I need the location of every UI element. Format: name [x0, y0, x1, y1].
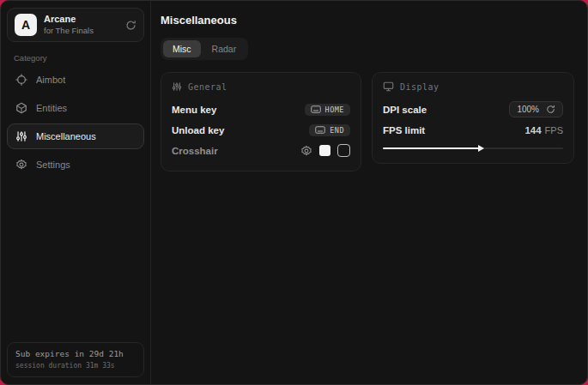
crosshair-controls — [300, 144, 350, 157]
sidebar-item-label: Entities — [36, 103, 67, 113]
app-window: A Arcane for The Finals Category — [0, 0, 588, 385]
general-card-title: General — [188, 82, 227, 92]
fps-limit-value: 144 FPS — [524, 125, 563, 135]
desktop-background: { "brand": { "logo_letter": "A", "title"… — [0, 0, 588, 385]
fps-slider-thumb[interactable] — [478, 145, 484, 152]
display-card-title: Display — [400, 82, 439, 92]
fps-limit-label: FPS limit — [383, 125, 425, 135]
sidebar-item-label: Aimbot — [36, 75, 65, 85]
menu-key-row: Menu key HOME — [172, 99, 350, 119]
crosshair-icon — [15, 74, 27, 86]
crosshair-color-swatch[interactable] — [319, 145, 330, 156]
brand-card: A Arcane for The Finals — [7, 8, 144, 42]
fps-limit-row: FPS limit 144 FPS — [383, 120, 563, 140]
category-label: Category — [14, 53, 144, 63]
tab-bar: Misc Radar — [161, 38, 248, 60]
crosshair-checkbox[interactable] — [337, 144, 350, 157]
unload-key-bind-button[interactable]: END — [309, 124, 350, 136]
sidebar-item-entities[interactable]: Entities — [7, 95, 144, 121]
brand-text: Arcane for The Finals — [44, 14, 94, 36]
crosshair-row: Crosshair — [172, 141, 350, 160]
fps-unit: FPS — [545, 125, 563, 135]
menu-key-label: Menu key — [172, 105, 216, 115]
keyboard-icon — [315, 126, 325, 134]
fps-number: 144 — [524, 125, 541, 135]
main-content: Miscellaneous Misc Radar Gene — [151, 1, 588, 384]
dpi-scale-value: 100% — [517, 105, 539, 114]
unload-key-value: END — [330, 126, 344, 135]
unload-key-row: Unload key END — [172, 120, 350, 140]
general-card: General Menu key HOME — [161, 72, 361, 171]
display-card-header: Display — [383, 81, 563, 92]
crosshair-settings-gear-icon[interactable] — [300, 145, 312, 157]
sliders-icon — [172, 81, 182, 92]
unload-key-label: Unload key — [172, 125, 224, 135]
brand-logo: A — [15, 14, 37, 36]
display-card: Display DPI scale 100% — [372, 72, 574, 164]
sync-icon[interactable] — [125, 20, 136, 31]
menu-key-value: HOME — [325, 105, 344, 114]
sub-expiry-text: Sub expires in 29d 21h — [15, 349, 136, 358]
tab-radar[interactable]: Radar — [203, 40, 246, 57]
refresh-icon[interactable] — [546, 105, 555, 114]
dpi-scale-label: DPI scale — [383, 105, 427, 115]
cards-row: General Menu key HOME — [161, 72, 574, 171]
sidebar-nav: Aimbot Entities — [7, 67, 144, 177]
sidebar: A Arcane for The Finals Category — [1, 1, 151, 384]
page-title: Miscellaneous — [161, 14, 574, 27]
brand-title: Arcane — [44, 14, 94, 26]
session-duration-text: session duration 31m 33s — [15, 362, 136, 370]
dpi-scale-control[interactable]: 100% — [509, 101, 563, 117]
dpi-scale-row: DPI scale 100% — [383, 99, 563, 119]
cube-icon — [15, 102, 27, 114]
general-card-header: General — [172, 81, 350, 92]
fps-slider-fill — [383, 147, 480, 149]
monitor-icon — [383, 81, 394, 92]
brand-subtitle: for The Finals — [44, 26, 94, 36]
sidebar-item-label: Settings — [36, 159, 70, 170]
sidebar-item-label: Miscellaneous — [36, 131, 96, 141]
sidebar-item-settings[interactable]: Settings — [7, 152, 144, 177]
sidebar-item-aimbot[interactable]: Aimbot — [7, 67, 144, 93]
keyboard-icon — [311, 105, 321, 113]
fps-limit-slider[interactable] — [383, 144, 563, 153]
tab-misc[interactable]: Misc — [163, 40, 201, 57]
menu-key-bind-button[interactable]: HOME — [305, 104, 350, 116]
crosshair-label: Crosshair — [172, 146, 218, 156]
sidebar-item-miscellaneous[interactable]: Miscellaneous — [7, 123, 144, 149]
gear-icon — [15, 159, 27, 171]
sliders-icon — [15, 130, 27, 142]
subscription-card: Sub expires in 29d 21h session duration … — [7, 342, 144, 377]
